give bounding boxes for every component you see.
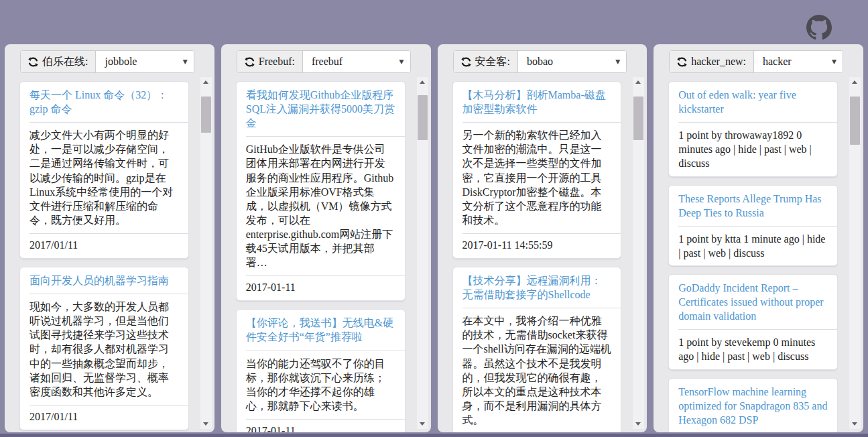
feed-source-select[interactable]: freebuf ▼	[303, 51, 410, 72]
feed-select-value: jobbole	[105, 56, 137, 68]
feed-label: hacker_new:	[691, 56, 746, 68]
feed-select-value: bobao	[527, 56, 553, 68]
article-title-link[interactable]: TensorFlow machine learning optimized fo…	[678, 385, 828, 427]
board: 伯乐在线: jobbole ▼ 每天一个 Linux 命令（32）：gzip 命…	[5, 44, 863, 432]
article-title-link[interactable]: 每天一个 Linux 命令（32）：gzip 命令	[29, 88, 179, 116]
feed-source-select[interactable]: hacker ▼	[754, 51, 843, 72]
card-list: 【木马分析】剖析Mamba-磁盘加密型勒索软件 另一个新的勒索软件已经加入文件加…	[452, 81, 622, 432]
article-summary: 1 point by stevekemp 0 minutes ago | hid…	[678, 335, 828, 363]
article-date: 2017/01/11	[29, 411, 179, 424]
card-list: 看我如何发现Github企业版程序SQL注入漏洞并获得5000美刀赏金 GitH…	[236, 81, 406, 432]
scrollbar[interactable]	[200, 77, 212, 429]
article-summary: 当你的能力还驾驭不了你的目标，那你就该沉下心来历练；当你的才华还撑不起你的雄心，…	[246, 357, 395, 413]
article-title-link[interactable]: These Reports Allege Trump Has Deep Ties…	[678, 192, 828, 220]
divider	[678, 226, 837, 227]
article-card: These Reports Allege Trump Has Deep Ties…	[668, 185, 838, 266]
divider	[246, 351, 405, 351]
divider	[29, 122, 188, 123]
refresh-icon[interactable]	[28, 57, 38, 67]
feed-select-value: freebuf	[312, 56, 343, 68]
divider	[246, 136, 405, 137]
article-card: 看我如何发现Github企业版程序SQL注入漏洞并获得5000美刀赏金 GitH…	[236, 81, 406, 301]
article-title-link[interactable]: Out of eden walk: year five kickstarter	[678, 88, 828, 116]
divider	[678, 122, 837, 123]
article-title-link[interactable]: 看我如何发现Github企业版程序SQL注入漏洞并获得5000美刀赏金	[246, 88, 395, 130]
article-card: 每天一个 Linux 命令（32）：gzip 命令 减少文件大小有两个明显的好处…	[19, 81, 189, 259]
feed-select-value: hacker	[763, 56, 792, 68]
feed-panel-freebuf: Freebuf: freebuf ▼ 看我如何发现Github企业版程序SQL注…	[221, 44, 431, 432]
article-summary: 1 point by throwaway1892 0 minutes ago |…	[678, 128, 828, 170]
feed-refresh-button[interactable]: hacker_new:	[670, 51, 754, 72]
card-list: Out of eden walk: year five kickstarter …	[668, 81, 838, 432]
article-title-link[interactable]: 【你评论，我送书】无线电&硬件安全好书“年货”推荐啦	[246, 316, 395, 344]
scrollbar-thumb[interactable]	[201, 97, 211, 133]
feed-refresh-button[interactable]: Freebuf:	[237, 51, 303, 72]
feed-label: Freebuf:	[259, 56, 295, 68]
divider	[462, 122, 621, 123]
scroll-up-arrow-icon[interactable]	[849, 77, 861, 88]
article-card: GoDaddy Incident Report – Certificates i…	[668, 274, 838, 370]
scrollbar[interactable]	[849, 77, 861, 429]
feed-source-select[interactable]: bobao ▼	[518, 51, 626, 72]
article-title-link[interactable]: 【木马分析】剖析Mamba-磁盘加密型勒索软件	[462, 88, 612, 116]
feed-header: 伯乐在线: jobbole ▼	[20, 50, 194, 73]
article-title-link[interactable]: 【技术分享】远程漏洞利用：无需借助套接字的Shellcode	[462, 273, 612, 302]
article-card: 面向开发人员的机器学习指南 现如今，大多数的开发人员都听说过机器学习，但是当他们…	[19, 267, 189, 430]
divider	[29, 294, 188, 294]
scroll-down-arrow-icon[interactable]	[849, 418, 861, 429]
scrollbar-thumb[interactable]	[418, 95, 428, 140]
article-title-link[interactable]: GoDaddy Incident Report – Certificates i…	[678, 281, 828, 323]
feed-header: 安全客: bobao ▼	[453, 50, 627, 73]
article-card: 【你评论，我送书】无线电&硬件安全好书“年货”推荐啦 当你的能力还驾驭不了你的目…	[236, 309, 406, 432]
scrollbar-thumb[interactable]	[633, 97, 643, 140]
scroll-up-arrow-icon[interactable]	[200, 77, 212, 88]
article-date: 2017-01-11	[246, 282, 395, 295]
article-summary: 1 point by ktta 1 minute ago | hide | pa…	[678, 232, 828, 260]
article-title-link[interactable]: 面向开发人员的机器学习指南	[29, 273, 179, 288]
scroll-up-arrow-icon[interactable]	[417, 77, 428, 88]
feed-refresh-button[interactable]: 安全客:	[454, 51, 518, 72]
chevron-down-icon: ▼	[615, 58, 620, 65]
divider	[462, 233, 621, 234]
article-date: 2017/01/11	[29, 239, 179, 253]
refresh-icon[interactable]	[677, 57, 687, 67]
scrollbar[interactable]	[633, 77, 644, 429]
article-card: 【技术分享】远程漏洞利用：无需借助套接字的Shellcode 在本文中，我将介绍…	[452, 267, 622, 432]
article-summary: 现如今，大多数的开发人员都听说过机器学习，但是当他们试图寻找捷径来学习这些技术时…	[29, 300, 179, 399]
bottom-bar	[0, 434, 868, 437]
scroll-down-arrow-icon[interactable]	[417, 418, 428, 429]
scroll-up-arrow-icon[interactable]	[633, 77, 644, 88]
chevron-down-icon: ▼	[183, 58, 188, 65]
refresh-icon[interactable]	[461, 57, 471, 67]
feed-panel-jobbole: 伯乐在线: jobbole ▼ 每天一个 Linux 命令（32）：gzip 命…	[5, 44, 214, 432]
divider	[246, 419, 405, 420]
feed-header: hacker_new: hacker ▼	[669, 50, 843, 73]
article-summary: 另一个新的勒索软件已经加入文件加密的潮流中。只是这一次不是选择一些类型的文件加密…	[462, 128, 612, 227]
divider	[29, 233, 188, 234]
feed-label: 安全客:	[475, 55, 510, 69]
divider	[246, 275, 405, 276]
card-list: 每天一个 Linux 命令（32）：gzip 命令 减少文件大小有两个明显的好处…	[19, 81, 189, 432]
article-card: TensorFlow machine learning optimized fo…	[668, 378, 838, 432]
chevron-down-icon: ▼	[832, 58, 836, 65]
scroll-down-arrow-icon[interactable]	[200, 418, 212, 429]
refresh-icon[interactable]	[245, 57, 255, 67]
feed-panel-bobao: 安全客: bobao ▼ 【木马分析】剖析Mamba-磁盘加密型勒索软件 另一个…	[438, 44, 647, 432]
article-summary: 减少文件大小有两个明显的好处，一是可以减少存储空间，二是通过网络传输文件时，可以…	[29, 128, 179, 227]
feed-header: Freebuf: freebuf ▼	[237, 50, 411, 73]
github-logo-icon[interactable]	[806, 15, 832, 40]
divider	[462, 308, 621, 308]
article-date: 2017-01-11	[246, 425, 395, 432]
feed-refresh-button[interactable]: 伯乐在线:	[21, 51, 96, 72]
feed-source-select[interactable]: jobbole ▼	[96, 51, 193, 72]
article-summary: GitHub企业版软件是专供公司团体用来部署在内网进行开发服务的商业性应用程序。…	[246, 142, 395, 269]
divider	[29, 405, 188, 405]
scrollbar-thumb[interactable]	[850, 97, 860, 145]
scroll-down-arrow-icon[interactable]	[633, 418, 644, 429]
article-card: Out of eden walk: year five kickstarter …	[668, 81, 838, 177]
chevron-down-icon: ▼	[399, 58, 404, 65]
scrollbar[interactable]	[417, 77, 428, 429]
divider	[678, 329, 837, 330]
article-card: 【木马分析】剖析Mamba-磁盘加密型勒索软件 另一个新的勒索软件已经加入文件加…	[452, 81, 622, 259]
article-summary: 在本文中，我将介绍一种优雅的技术，无需借助socket来获得一个shell访问存…	[462, 314, 612, 427]
